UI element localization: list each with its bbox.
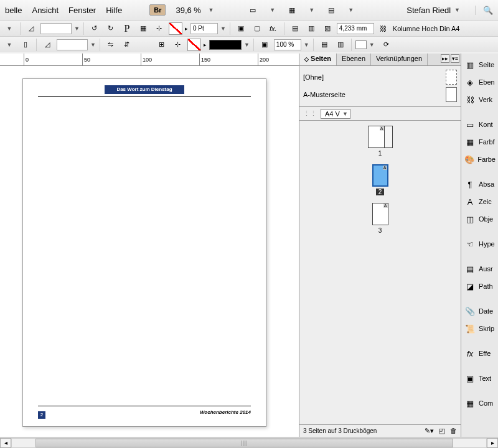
stroke-weight-field[interactable] — [190, 23, 218, 34]
dock-ebenen[interactable]: ◈Eben — [461, 75, 498, 90]
wrap-shape-icon[interactable]: ▥ — [334, 39, 347, 51]
spread-3[interactable]: A 3 — [304, 203, 456, 234]
grid-icon[interactable]: ▦ — [136, 22, 150, 35]
rotate-ccw-icon[interactable]: ↺ — [88, 22, 101, 35]
fit-content-icon[interactable]: ▢ — [250, 22, 264, 35]
scroll-track[interactable]: ||| — [11, 438, 487, 448]
view-options-icon[interactable]: ▤ — [324, 4, 338, 16]
screen-mode-icon[interactable]: ▭ — [246, 4, 260, 16]
scroll-right-button[interactable]: ▸ — [487, 438, 498, 448]
fit-frame-icon[interactable]: ▣ — [234, 22, 248, 35]
scroll-thumb[interactable]: ||| — [35, 439, 453, 447]
bridge-button[interactable]: Br — [149, 4, 166, 16]
document-page[interactable]: Das Wort zum Dienstag Wochenberichte 201… — [22, 78, 266, 427]
distribute-icon[interactable]: ⊹ — [171, 39, 185, 51]
dock-objekt[interactable]: ◫Obje — [461, 212, 498, 226]
link-icon[interactable]: ⛓ — [377, 22, 390, 35]
dock-kontur[interactable]: ▭Kont — [461, 117, 498, 132]
dock-farbfelder[interactable]: ▦Farbf — [461, 134, 498, 149]
dock-datei[interactable]: 📎Date — [461, 304, 498, 319]
page-thumb[interactable]: A — [368, 126, 384, 148]
dock-effekte[interactable]: fxEffe — [461, 346, 498, 361]
fx-icon[interactable]: fx. — [266, 22, 280, 35]
arrange-icon[interactable]: ▦ — [285, 4, 299, 16]
tab-ebenen[interactable]: Ebenen — [337, 54, 371, 65]
spread-2[interactable]: A 2 — [304, 164, 456, 195]
dock-community[interactable]: ▦Com — [461, 396, 498, 411]
dock-panels: ▥Seite ◈Eben ⛓Verk ▭Kont ▦Farbf 🎨Farbe ¶… — [461, 54, 498, 437]
pathfinder-icon: ◪ — [464, 281, 476, 292]
corner-shape-swatch[interactable] — [355, 40, 367, 49]
opacity-field[interactable] — [274, 39, 301, 50]
dock-pathfinder[interactable]: ◪Path — [461, 279, 498, 294]
menu-tabelle[interactable]: belle — [5, 6, 22, 15]
field-2[interactable] — [57, 39, 88, 50]
paragraph-icon[interactable]: P — [120, 22, 134, 35]
spread-1[interactable]: A 1 — [304, 126, 456, 157]
text-wrap-2-icon[interactable]: ▥ — [304, 22, 318, 35]
ruler-horizontal: 0 50 100 150 200 — [0, 54, 299, 66]
dropdown-icon[interactable]: ▼ — [2, 39, 16, 51]
page-size-select[interactable]: A4 V ▼ — [321, 109, 350, 119]
page-thumb[interactable]: A — [372, 203, 388, 225]
dock-zeichen[interactable]: AZeic — [461, 194, 498, 209]
swatches-icon: ▦ — [464, 136, 476, 147]
align-stroke-icon[interactable]: ◿ — [24, 22, 38, 35]
corner-icon[interactable]: ◿ — [40, 39, 54, 51]
measure-field[interactable] — [337, 23, 374, 34]
tab-verknuepfungen[interactable]: Verknüpfungen — [371, 54, 428, 65]
text-wrap-3-icon[interactable]: ▧ — [321, 22, 334, 35]
page-thumb[interactable] — [384, 126, 393, 148]
master-a[interactable]: A-Musterseite — [303, 86, 457, 103]
dock-seiten[interactable]: ▥Seite — [461, 57, 498, 72]
stroke-style-swatch[interactable] — [209, 40, 242, 50]
ruler-tick: 200 — [258, 54, 269, 66]
wrap-bound-icon[interactable]: ▤ — [317, 39, 331, 51]
master-none[interactable]: [Ohne] — [303, 68, 457, 86]
tab-seiten[interactable]: ◇ Seiten — [299, 54, 337, 65]
dock-text[interactable]: ▣Text — [461, 371, 498, 386]
textwrap-icon: ▣ — [464, 373, 476, 384]
menu-hilfe[interactable]: Hilfe — [106, 6, 122, 15]
zoom-selector[interactable]: 39,6 % ▼ — [176, 6, 214, 15]
delete-page-icon[interactable]: 🗑 — [450, 427, 457, 435]
dock-verknuepfungen[interactable]: ⛓Verk — [461, 92, 498, 107]
container-icon[interactable]: ▯ — [19, 39, 32, 51]
scroll-left-button[interactable]: ◂ — [0, 438, 11, 448]
search-box[interactable]: 🔍 — [475, 6, 493, 15]
flip-v-icon[interactable]: ⇵ — [120, 39, 134, 51]
text-wrap-1-icon[interactable]: ▤ — [288, 22, 302, 35]
fill-none-swatch[interactable] — [187, 39, 201, 51]
canvas-area[interactable]: 0 50 100 150 200 Das Wort zum Dienstag W… — [0, 54, 299, 437]
rotate-cw-icon[interactable]: ↻ — [104, 22, 118, 35]
stroke-icon: ▭ — [464, 119, 476, 130]
user-menu[interactable]: Stefan Riedl ▼ — [406, 6, 460, 15]
horizontal-scrollbar[interactable]: ◂ ||| ▸ — [0, 437, 498, 448]
dock-absatz[interactable]: ¶Absa — [461, 177, 498, 192]
chevron-down-icon: ▼ — [342, 111, 348, 117]
field-1[interactable] — [40, 23, 72, 34]
collapse-panel-icon[interactable]: ▸▸ — [441, 54, 449, 63]
dock-skripte[interactable]: 📜Skrip — [461, 321, 498, 336]
menu-fenster[interactable]: Fenster — [68, 6, 96, 15]
chevron-down-icon: ▼ — [208, 7, 214, 13]
page-rule — [38, 406, 251, 406]
dock-farbe[interactable]: 🎨Farbe — [461, 152, 498, 167]
edit-page-icon[interactable]: ✎▾ — [425, 427, 434, 435]
snap-icon[interactable]: ⊞ — [155, 39, 169, 51]
auto-fit-icon[interactable]: ▣ — [258, 39, 271, 51]
dock-ausrichten[interactable]: ▤Ausr — [461, 261, 498, 276]
master-thumb — [446, 87, 457, 102]
ruler-tick: 50 — [82, 54, 90, 66]
new-page-icon[interactable]: ◰ — [439, 427, 445, 435]
page-thumb-selected[interactable]: A — [372, 164, 388, 187]
menu-ansicht[interactable]: Ansicht — [32, 6, 59, 15]
panel-menu-icon[interactable]: ▾≡ — [451, 54, 459, 63]
transform-icon[interactable]: ⊹ — [153, 22, 166, 35]
chevron-down-icon: ▼ — [454, 7, 460, 13]
dropdown-icon[interactable]: ▼ — [2, 22, 16, 35]
refresh-icon[interactable]: ⟳ — [380, 39, 393, 51]
flip-h-icon[interactable]: ⇋ — [104, 39, 118, 51]
dock-hyperlinks[interactable]: ☜Hype — [461, 236, 498, 251]
stroke-none-swatch[interactable] — [169, 22, 182, 35]
